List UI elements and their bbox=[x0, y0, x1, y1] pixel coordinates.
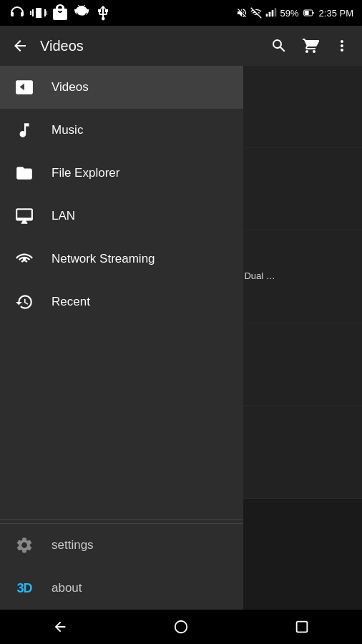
svg-rect-3 bbox=[274, 8, 276, 16]
3d-icon: 3D bbox=[16, 581, 31, 596]
drawer-label-videos: Videos bbox=[52, 80, 89, 94]
wifi-icon bbox=[15, 250, 34, 268]
drawer-label-recent: Recent bbox=[52, 295, 90, 309]
page-title: Videos bbox=[40, 38, 259, 54]
recent-nav-icon bbox=[11, 289, 37, 315]
drawer-item-music[interactable]: Music bbox=[0, 109, 243, 152]
svg-rect-0 bbox=[265, 14, 268, 16]
status-bar: 59% 2:35 PM bbox=[0, 0, 362, 26]
main-area: 1 video 1 video 1 video a Civil War 2016… bbox=[0, 66, 362, 610]
nav-home-icon bbox=[173, 619, 189, 635]
drawer-item-file-explorer[interactable]: File Explorer bbox=[0, 152, 243, 195]
back-arrow-icon bbox=[11, 37, 29, 54]
more-icon bbox=[333, 37, 351, 54]
drawer-item-videos[interactable]: Videos bbox=[0, 66, 243, 109]
computer-icon bbox=[15, 207, 34, 225]
more-button[interactable] bbox=[328, 31, 356, 60]
nav-bar bbox=[0, 610, 362, 644]
nav-recent-icon bbox=[294, 619, 310, 635]
signal-icon bbox=[265, 7, 278, 19]
drawer-item-network-streaming[interactable]: Network Streaming bbox=[0, 238, 243, 280]
drawer-label-lan: LAN bbox=[52, 209, 75, 223]
drawer-item-about[interactable]: 3D about bbox=[0, 567, 243, 610]
cart-icon bbox=[302, 37, 319, 54]
cart-button[interactable] bbox=[296, 31, 325, 60]
svg-rect-1 bbox=[268, 12, 270, 17]
usb-icon bbox=[94, 4, 112, 21]
drawer-label-settings: settings bbox=[52, 538, 94, 552]
search-icon bbox=[270, 37, 288, 54]
drawer-item-settings[interactable]: settings bbox=[0, 524, 243, 567]
svg-rect-5 bbox=[304, 11, 308, 15]
drawer-divider bbox=[0, 519, 243, 520]
settings-gear-icon bbox=[15, 536, 34, 555]
no-signal-icon bbox=[250, 7, 262, 19]
svg-rect-2 bbox=[271, 10, 273, 16]
app-bar-actions bbox=[265, 31, 356, 60]
nav-home-button[interactable] bbox=[121, 610, 242, 644]
music-note-icon bbox=[15, 121, 34, 140]
drawer-bottom: settings 3D about bbox=[0, 523, 243, 610]
status-right-info: 59% 2:35 PM bbox=[236, 7, 353, 19]
nav-back-button[interactable] bbox=[0, 610, 121, 644]
battery-percent: 59% bbox=[280, 8, 299, 19]
drawer-item-lan[interactable]: LAN bbox=[0, 195, 243, 238]
nav-back-icon bbox=[52, 619, 68, 635]
app-bar: Videos bbox=[0, 26, 362, 66]
svg-rect-9 bbox=[296, 622, 307, 633]
drawer-label-file-explorer: File Explorer bbox=[52, 166, 119, 180]
lan-nav-icon bbox=[11, 203, 37, 229]
back-button[interactable] bbox=[6, 31, 34, 60]
video-nav-icon bbox=[11, 74, 37, 100]
settings-nav-icon bbox=[11, 532, 37, 558]
drawer-label-about: about bbox=[52, 581, 82, 595]
bag-icon bbox=[52, 4, 69, 21]
about-nav-icon: 3D bbox=[11, 575, 37, 601]
navigation-drawer: Videos Music File Explorer bbox=[0, 66, 243, 610]
battery-icon bbox=[302, 7, 316, 19]
folder-icon bbox=[15, 164, 34, 182]
streaming-nav-icon bbox=[11, 246, 37, 272]
drawer-label-music: Music bbox=[52, 123, 83, 137]
headphone-icon bbox=[9, 4, 26, 21]
folder-nav-icon bbox=[11, 160, 37, 186]
mute-icon bbox=[236, 7, 248, 19]
vibrate-icon bbox=[30, 4, 47, 21]
drawer-label-network-streaming: Network Streaming bbox=[52, 252, 155, 266]
play-box-icon bbox=[15, 78, 34, 97]
android-icon bbox=[73, 4, 90, 21]
history-icon bbox=[15, 293, 34, 311]
svg-point-8 bbox=[175, 621, 187, 633]
drawer-item-recent[interactable]: Recent bbox=[0, 280, 243, 323]
status-left-icons bbox=[9, 4, 112, 21]
search-button[interactable] bbox=[265, 31, 293, 60]
svg-rect-6 bbox=[313, 12, 313, 14]
nav-recent-button[interactable] bbox=[241, 610, 362, 644]
music-nav-icon bbox=[11, 117, 37, 143]
drawer-items: Videos Music File Explorer bbox=[0, 66, 243, 517]
time-display: 2:35 PM bbox=[319, 8, 353, 19]
